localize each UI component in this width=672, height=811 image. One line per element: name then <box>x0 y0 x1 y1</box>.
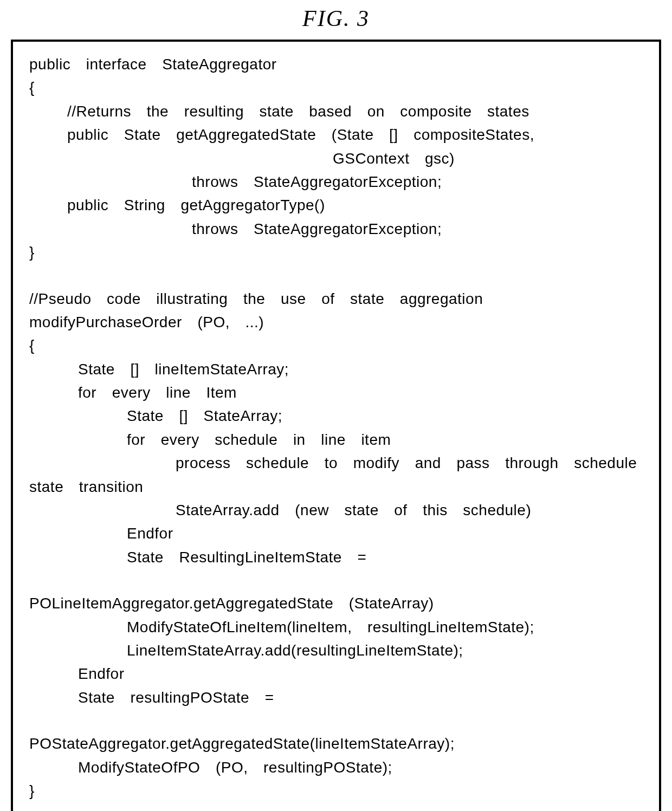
blank-line <box>29 264 643 287</box>
code-line: modifyPurchaseOrder (PO, ...) <box>29 310 643 334</box>
code-line: State [] StateArray; <box>29 404 643 427</box>
code-line: Endfor <box>29 662 643 685</box>
code-line: State [] lineItemStateArray; <box>29 358 643 381</box>
code-line: throws StateAggregatorException; <box>29 170 643 193</box>
code-line: ModifyStateOfLineItem(lineItem, resultin… <box>29 615 643 639</box>
code-line: { <box>29 76 643 99</box>
code-line: { <box>29 334 643 357</box>
code-line: for every schedule in line item <box>29 428 643 451</box>
code-line: ModifyStateOfPO (PO, resultingPOState); <box>29 756 643 779</box>
blank-line <box>29 569 643 592</box>
code-line: POStateAggregator.getAggregatedState(lin… <box>29 732 643 755</box>
code-line: public interface StateAggregator <box>29 53 643 76</box>
code-line: StateArray.add (new state of this schedu… <box>29 498 643 522</box>
code-line: POLineItemAggregator.getAggregatedState … <box>29 592 643 615</box>
code-line: GSContext gsc) <box>29 147 643 170</box>
code-line: LineItemStateArray.add(resultingLineItem… <box>29 639 643 662</box>
code-line: process schedule to modify and pass thro… <box>29 451 643 475</box>
figure-title: FIG. 3 <box>0 5 672 31</box>
code-line: throws StateAggregatorException; <box>29 217 643 241</box>
blank-line <box>29 709 643 732</box>
code-line: public State getAggregatedState (State [… <box>29 123 643 146</box>
code-listing: public interface StateAggregator { //Ret… <box>11 40 661 811</box>
code-line: State ResultingLineItemState = <box>29 546 643 569</box>
code-line: } <box>29 241 643 264</box>
code-line: public String getAggregatorType() <box>29 193 643 217</box>
code-line: //Pseudo code illustrating the use of st… <box>29 287 643 310</box>
code-line: State resultingPOState = <box>29 686 643 709</box>
code-line: for every line Item <box>29 381 643 404</box>
code-line: Endfor <box>29 522 643 545</box>
code-line: } <box>29 779 643 802</box>
code-line: state transition <box>29 475 643 498</box>
code-line: //Returns the resulting state based on c… <box>29 100 643 123</box>
